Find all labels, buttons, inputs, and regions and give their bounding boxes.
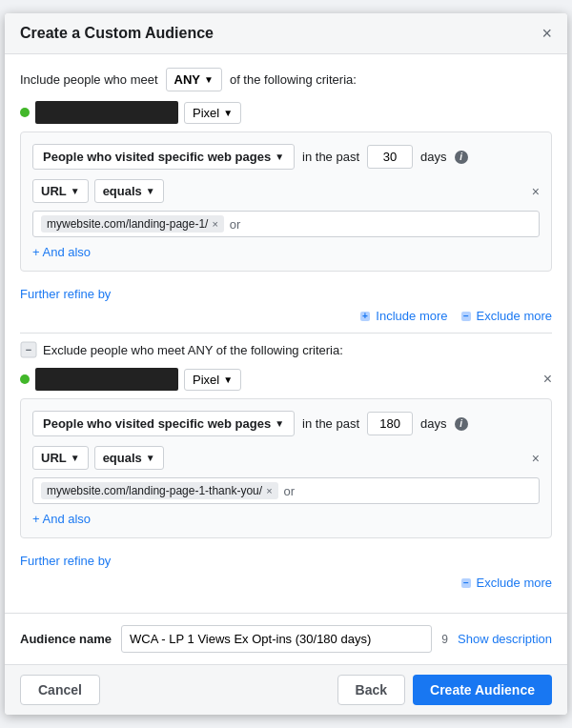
pixel-status-dot: [20, 108, 30, 117]
exclude-days-info-icon: i: [455, 417, 468, 431]
any-caret-icon: ▼: [204, 74, 214, 85]
include-url-caret-icon: ▼: [71, 186, 80, 196]
include-more-link[interactable]: + Include more: [358, 309, 447, 323]
audience-name-char-count: 9: [441, 633, 448, 646]
any-dropdown[interactable]: ANY ▼: [166, 68, 222, 91]
exclude-pixel-dropdown[interactable]: Pixel ▼: [184, 369, 241, 391]
back-button[interactable]: Back: [337, 675, 405, 705]
include-further-refine-link[interactable]: Further refine by: [20, 287, 111, 301]
show-description-link[interactable]: Show description: [458, 632, 552, 646]
svg-text:−: −: [26, 344, 31, 355]
exclude-criteria-box: People who visited specific web pages ▼ …: [20, 398, 552, 538]
include-exclude-more-link[interactable]: − Exclude more: [460, 309, 552, 323]
include-suffix-text: of the following criteria:: [230, 72, 357, 87]
include-url-tag-row: mywebsite.com/landing-page-1/ × or: [32, 211, 540, 237]
exclude-visited-pages-dropdown[interactable]: People who visited specific web pages ▼: [32, 411, 295, 436]
include-criteria-row: Include people who meet ANY ▼ of the fol…: [20, 68, 552, 91]
exclude-in-past-text: in the past: [302, 416, 359, 431]
exclude-pixel-name-redacted: [35, 368, 178, 391]
include-equals-dropdown[interactable]: equals ▼: [94, 179, 164, 203]
exclude-more-icon: −: [460, 310, 473, 323]
cancel-button[interactable]: Cancel: [20, 675, 100, 705]
include-days-input[interactable]: [367, 145, 413, 169]
exclude-pixel-caret-icon: ▼: [223, 374, 233, 385]
include-url-tag-close[interactable]: ×: [212, 218, 217, 230]
include-pixel-row: Pixel ▼: [20, 101, 552, 124]
modal-title: Create a Custom Audience: [20, 25, 214, 42]
include-prefix-text: Include people who meet: [20, 72, 158, 87]
exclude-prefix-text: Exclude people who meet ANY of the follo…: [43, 343, 343, 357]
include-url-filter-close[interactable]: ×: [532, 184, 540, 199]
include-pixel-dropdown[interactable]: Pixel ▼: [184, 102, 241, 124]
exclude-section-icon: −: [20, 341, 37, 358]
include-url-filter-row: URL ▼ equals ▼ ×: [32, 179, 540, 203]
pixel-caret-icon: ▼: [223, 108, 233, 118]
exclude-section-icon-link: −: [460, 576, 473, 590]
exclude-url-dropdown[interactable]: URL ▼: [32, 446, 89, 470]
pixel-name-redacted: [35, 101, 178, 124]
include-url-dropdown[interactable]: URL ▼: [32, 179, 89, 203]
exclude-url-filter-close[interactable]: ×: [532, 451, 540, 466]
audience-name-label: Audience name: [20, 632, 112, 646]
create-custom-audience-modal: Create a Custom Audience × Include peopl…: [5, 13, 567, 715]
exclude-criteria-top-row: People who visited specific web pages ▼ …: [32, 411, 540, 436]
exclude-or-text: or: [284, 484, 296, 498]
include-days-label: days: [420, 150, 446, 164]
include-actions-row: + Include more − Exclude more: [20, 309, 552, 323]
exclude-url-tag: mywebsite.com/landing-page-1-thank-you/ …: [41, 482, 278, 499]
visited-pages-dropdown[interactable]: People who visited specific web pages ▼: [32, 144, 295, 170]
exclude-url-filter-row: URL ▼ equals ▼ ×: [32, 446, 540, 470]
exclude-url-tag-row: mywebsite.com/landing-page-1-thank-you/ …: [32, 477, 540, 504]
exclude-section-close-button[interactable]: ×: [543, 372, 552, 387]
in-past-text: in the past: [302, 150, 359, 164]
include-days-info-icon: i: [455, 151, 468, 164]
svg-text:−: −: [463, 311, 469, 321]
exclude-and-also-link[interactable]: + And also: [32, 512, 91, 526]
exclude-equals-dropdown[interactable]: equals ▼: [94, 446, 164, 470]
exclude-days-input[interactable]: [367, 412, 413, 435]
modal-close-button[interactable]: ×: [541, 25, 552, 42]
exclude-further-refine-link[interactable]: Further refine by: [20, 554, 111, 568]
create-audience-button[interactable]: Create Audience: [413, 675, 552, 705]
audience-name-section: Audience name 9 Show description: [5, 613, 567, 664]
include-and-also-link[interactable]: + And also: [32, 245, 91, 259]
section-divider: [20, 333, 552, 334]
exclude-row: − Exclude people who meet ANY of the fol…: [20, 341, 552, 358]
include-equals-caret-icon: ▼: [146, 186, 155, 196]
modal-footer: Cancel Back Create Audience: [5, 664, 567, 715]
audience-name-input[interactable]: [121, 625, 432, 653]
exclude-pixel-status-dot: [20, 374, 30, 384]
svg-text:−: −: [463, 577, 469, 588]
exclude-equals-caret-icon: ▼: [146, 453, 155, 463]
exclude-section-exclude-more-link[interactable]: − Exclude more: [460, 576, 552, 590]
include-criteria-top-row: People who visited specific web pages ▼ …: [32, 144, 540, 170]
exclude-url-tag-close[interactable]: ×: [266, 485, 272, 496]
exclude-pixel-row: Pixel ▼: [20, 368, 241, 391]
include-criteria-box: People who visited specific web pages ▼ …: [20, 131, 552, 272]
include-or-text: or: [230, 217, 241, 232]
exclude-actions-row: − Exclude more: [20, 576, 552, 590]
visited-pages-caret-icon: ▼: [275, 152, 284, 162]
modal-header: Create a Custom Audience ×: [5, 13, 567, 54]
exclude-visited-pages-caret-icon: ▼: [275, 418, 284, 429]
svg-text:+: +: [362, 311, 368, 321]
modal-body: Include people who meet ANY ▼ of the fol…: [5, 54, 567, 613]
include-url-tag: mywebsite.com/landing-page-1/ ×: [41, 215, 224, 233]
exclude-days-label: days: [420, 416, 446, 431]
exclude-pixel-close-row: Pixel ▼ ×: [20, 368, 552, 391]
exclude-url-caret-icon: ▼: [71, 453, 80, 463]
include-more-icon: +: [358, 310, 372, 323]
footer-right-actions: Back Create Audience: [337, 675, 552, 705]
